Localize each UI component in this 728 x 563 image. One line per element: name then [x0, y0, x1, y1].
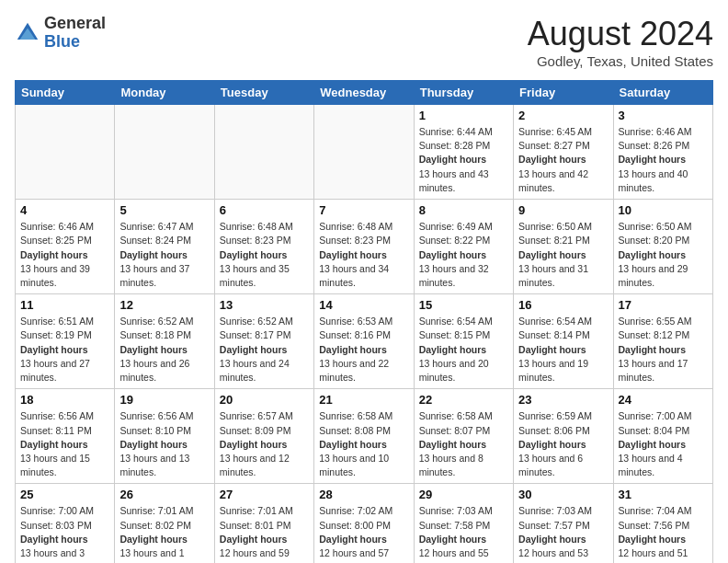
day-info: Sunrise: 6:54 AMSunset: 8:15 PMDaylight … [419, 315, 508, 385]
daylight-label: Daylight hours [220, 344, 288, 355]
day-info: Sunrise: 6:52 AMSunset: 8:18 PMDaylight … [119, 315, 209, 385]
day-info: Sunrise: 7:01 AMSunset: 8:02 PMDaylight … [119, 504, 209, 563]
daylight-label: Daylight hours [419, 249, 487, 260]
day-info: Sunrise: 6:56 AMSunset: 8:10 PMDaylight … [119, 409, 209, 479]
day-info: Sunrise: 6:48 AMSunset: 8:23 PMDaylight … [319, 220, 408, 290]
day-info: Sunrise: 6:52 AMSunset: 8:17 PMDaylight … [220, 315, 309, 385]
day-info: Sunrise: 6:58 AMSunset: 8:08 PMDaylight … [319, 409, 408, 479]
day-cell: 21Sunrise: 6:58 AMSunset: 8:08 PMDayligh… [314, 389, 414, 484]
daylight-label: Daylight hours [119, 249, 188, 260]
day-number: 3 [619, 109, 708, 122]
day-number: 23 [518, 393, 608, 407]
day-number: 25 [20, 488, 109, 501]
daylight-label: Daylight hours [119, 534, 188, 545]
week-row-4: 18Sunrise: 6:56 AMSunset: 8:11 PMDayligh… [16, 389, 713, 484]
calendar-table: SundayMondayTuesdayWednesdayThursdayFrid… [15, 80, 713, 563]
day-cell: 30Sunrise: 7:03 AMSunset: 7:57 PMDayligh… [514, 484, 613, 563]
day-cell: 12Sunrise: 6:52 AMSunset: 8:18 PMDayligh… [115, 294, 214, 389]
daylight-label: Daylight hours [20, 439, 88, 450]
calendar-header-row: SundayMondayTuesdayWednesdayThursdayFrid… [16, 81, 713, 105]
day-info: Sunrise: 6:44 AMSunset: 8:28 PMDaylight … [419, 125, 508, 195]
day-cell: 11Sunrise: 6:51 AMSunset: 8:19 PMDayligh… [16, 294, 115, 389]
daylight-label: Daylight hours [619, 534, 687, 545]
day-number: 30 [518, 488, 608, 501]
day-number: 4 [20, 203, 109, 217]
day-number: 14 [319, 298, 408, 312]
daylight-label: Daylight hours [119, 439, 188, 450]
day-cell: 16Sunrise: 6:54 AMSunset: 8:14 PMDayligh… [514, 294, 613, 389]
day-cell: 8Sunrise: 6:49 AMSunset: 8:22 PMDaylight… [414, 200, 513, 294]
day-cell: 25Sunrise: 7:00 AMSunset: 8:03 PMDayligh… [16, 484, 115, 563]
day-number: 24 [619, 393, 708, 407]
day-info: Sunrise: 6:46 AMSunset: 8:25 PMDaylight … [20, 220, 109, 290]
day-info: Sunrise: 6:45 AMSunset: 8:27 PMDaylight … [518, 125, 608, 195]
day-number: 26 [119, 488, 209, 501]
day-cell: 3Sunrise: 6:46 AMSunset: 8:26 PMDaylight… [613, 105, 712, 200]
day-cell: 5Sunrise: 6:47 AMSunset: 8:24 PMDaylight… [115, 200, 214, 294]
day-info: Sunrise: 6:46 AMSunset: 8:26 PMDaylight … [619, 125, 708, 195]
col-header-sunday: Sunday [16, 81, 115, 105]
daylight-label: Daylight hours [220, 249, 288, 260]
day-number: 13 [220, 298, 309, 312]
day-number: 17 [619, 298, 708, 312]
day-cell: 20Sunrise: 6:57 AMSunset: 8:09 PMDayligh… [214, 389, 313, 484]
daylight-label: Daylight hours [319, 534, 387, 545]
day-cell: 18Sunrise: 6:56 AMSunset: 8:11 PMDayligh… [16, 389, 115, 484]
day-cell: 29Sunrise: 7:03 AMSunset: 7:58 PMDayligh… [414, 484, 513, 563]
day-cell: 27Sunrise: 7:01 AMSunset: 8:01 PMDayligh… [214, 484, 313, 563]
col-header-thursday: Thursday [414, 81, 513, 105]
daylight-label: Daylight hours [419, 154, 487, 165]
logo-general: General [44, 14, 106, 32]
page-header: General Blue August 2024 Godley, Texas, … [15, 15, 713, 69]
daylight-label: Daylight hours [220, 439, 288, 450]
day-cell: 22Sunrise: 6:58 AMSunset: 8:07 PMDayligh… [414, 389, 513, 484]
daylight-label: Daylight hours [619, 439, 687, 450]
col-header-monday: Monday [115, 81, 214, 105]
day-cell: 9Sunrise: 6:50 AMSunset: 8:21 PMDaylight… [514, 200, 613, 294]
day-number: 22 [419, 393, 508, 407]
col-header-saturday: Saturday [613, 81, 712, 105]
day-number: 19 [119, 393, 209, 407]
day-number: 8 [419, 203, 508, 217]
daylight-label: Daylight hours [419, 439, 487, 450]
day-number: 31 [619, 488, 708, 501]
day-info: Sunrise: 6:49 AMSunset: 8:22 PMDaylight … [419, 220, 508, 290]
day-info: Sunrise: 6:56 AMSunset: 8:11 PMDaylight … [20, 409, 109, 479]
day-cell: 14Sunrise: 6:53 AMSunset: 8:16 PMDayligh… [314, 294, 414, 389]
logo-icon [15, 20, 40, 46]
week-row-2: 4Sunrise: 6:46 AMSunset: 8:25 PMDaylight… [16, 200, 713, 294]
month-title: August 2024 [528, 15, 713, 53]
logo-blue: Blue [44, 32, 80, 51]
day-number: 11 [20, 298, 109, 312]
daylight-label: Daylight hours [20, 249, 88, 260]
day-info: Sunrise: 7:00 AMSunset: 8:04 PMDaylight … [619, 409, 708, 479]
col-header-friday: Friday [514, 81, 613, 105]
daylight-label: Daylight hours [518, 439, 586, 450]
day-number: 15 [419, 298, 508, 312]
day-cell: 1Sunrise: 6:44 AMSunset: 8:28 PMDaylight… [414, 105, 513, 200]
daylight-label: Daylight hours [619, 154, 687, 165]
day-info: Sunrise: 6:53 AMSunset: 8:16 PMDaylight … [319, 315, 408, 385]
day-cell: 24Sunrise: 7:00 AMSunset: 8:04 PMDayligh… [613, 389, 712, 484]
day-number: 6 [220, 203, 309, 217]
week-row-1: 1Sunrise: 6:44 AMSunset: 8:28 PMDaylight… [16, 105, 713, 200]
daylight-label: Daylight hours [518, 534, 586, 545]
logo: General Blue [15, 15, 106, 52]
daylight-label: Daylight hours [119, 344, 188, 355]
day-number: 9 [518, 203, 608, 217]
daylight-label: Daylight hours [419, 344, 487, 355]
col-header-tuesday: Tuesday [214, 81, 313, 105]
title-block: August 2024 Godley, Texas, United States [528, 15, 713, 69]
day-number: 12 [119, 298, 209, 312]
daylight-label: Daylight hours [619, 249, 687, 260]
day-cell: 17Sunrise: 6:55 AMSunset: 8:12 PMDayligh… [613, 294, 712, 389]
day-number: 21 [319, 393, 408, 407]
day-number: 2 [518, 109, 608, 122]
day-number: 5 [119, 203, 209, 217]
day-cell [16, 105, 115, 200]
location: Godley, Texas, United States [528, 53, 713, 69]
day-info: Sunrise: 6:58 AMSunset: 8:07 PMDaylight … [419, 409, 508, 479]
day-cell: 23Sunrise: 6:59 AMSunset: 8:06 PMDayligh… [514, 389, 613, 484]
day-cell [115, 105, 214, 200]
day-cell: 10Sunrise: 6:50 AMSunset: 8:20 PMDayligh… [613, 200, 712, 294]
